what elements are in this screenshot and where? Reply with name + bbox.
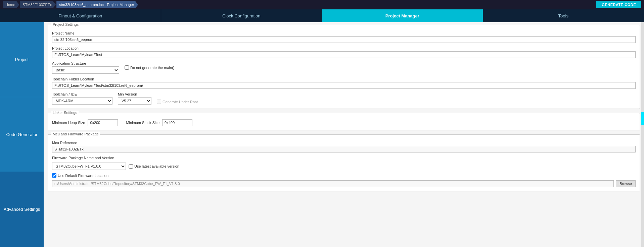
content-area: Project Settings Project Name Project Lo… (44, 22, 644, 247)
tab-clock[interactable]: Clock Configuration (161, 9, 322, 22)
toolchain-folder-row: Toolchain Folder Location (52, 77, 636, 89)
firmware-package-row: Firmware Package Name and Version STM32C… (52, 156, 636, 170)
min-stack-item: Minimum Stack Size (126, 119, 192, 126)
use-latest-checkbox-label[interactable]: Use latest available version (129, 164, 179, 169)
sidebar-item-advanced-settings[interactable]: Advanced Settings (0, 172, 44, 247)
scrollbar[interactable] (641, 22, 644, 247)
generate-under-root-checkbox[interactable] (157, 100, 161, 104)
mcu-reference-row: Mcu Reference (52, 141, 636, 152)
mcu-firmware-title: Mcu and Firmware Package (51, 132, 100, 136)
toolchain-ide-row: Toolchain / IDE MDK-ARM Min Version V5.2… (52, 92, 636, 105)
firmware-package-select-row: STM32Cube FW_F1 V1.8.0 Use latest availa… (52, 163, 636, 170)
firmware-package-select[interactable]: STM32Cube FW_F1 V1.8.0 (52, 163, 126, 170)
breadcrumb-project[interactable]: stm32f103zet6_eeprom.ioc - Project Manag… (56, 1, 138, 8)
use-latest-checkbox[interactable] (129, 164, 133, 169)
min-stack-input[interactable] (162, 119, 192, 126)
project-location-input[interactable] (52, 51, 636, 58)
tab-tools[interactable]: Tools (483, 9, 644, 22)
breadcrumb-home[interactable]: Home (3, 1, 19, 8)
sidebar: Project Code Generator Advanced Settings (0, 22, 44, 247)
heap-stack-row: Minimum Heap Size Minimum Stack Size (52, 119, 636, 126)
project-location-label: Project Location (52, 46, 636, 50)
min-heap-label: Minimum Heap Size (52, 121, 85, 125)
project-location-row: Project Location (52, 46, 636, 58)
min-version-col: Min Version V5.27 (118, 92, 151, 105)
tab-project-manager[interactable]: Project Manager (322, 9, 483, 22)
min-stack-label: Minimum Stack Size (126, 121, 159, 125)
project-name-input[interactable] (52, 36, 636, 43)
browse-button[interactable]: Browse (616, 180, 636, 187)
generate-under-root-checkbox-label[interactable]: Generate Under Root (157, 100, 198, 104)
toolchain-ide-select[interactable]: MDK-ARM (52, 97, 112, 105)
sidebar-item-code-generator[interactable]: Code Generator (0, 97, 44, 172)
tab-pinout[interactable]: Pinout & Configuration (0, 9, 161, 22)
breadcrumb-bar: Home STM32F103ZETx stm32f103zet6_eeprom.… (0, 0, 644, 9)
toolchain-folder-input[interactable] (52, 82, 636, 89)
toolchain-ide-label: Toolchain / IDE (52, 92, 112, 96)
breadcrumb-mcu[interactable]: STM32F103ZETx (20, 1, 56, 8)
project-name-label: Project Name (52, 31, 636, 35)
tab-bar: Pinout & Configuration Clock Configurati… (0, 9, 644, 22)
linker-settings-title: Linker Settings (51, 111, 79, 115)
app-structure-label: Application Structure (52, 61, 119, 65)
min-version-label: Min Version (118, 92, 151, 96)
app-structure-col: Application Structure Basic (52, 61, 119, 74)
use-default-firmware-checkbox[interactable] (52, 173, 56, 178)
project-name-row: Project Name (52, 31, 636, 43)
mcu-reference-label: Mcu Reference (52, 141, 636, 145)
mcu-reference-input[interactable] (52, 146, 636, 152)
main-layout: Project Code Generator Advanced Settings… (0, 22, 644, 247)
app-structure-select[interactable]: Basic (52, 66, 119, 74)
firmware-package-label: Firmware Package Name and Version (52, 156, 636, 160)
linker-settings-group: Linker Settings Minimum Heap Size Minimu… (48, 113, 640, 130)
toolchain-ide-col: Toolchain / IDE MDK-ARM (52, 92, 112, 105)
scrollbar-thumb (641, 112, 644, 125)
firmware-path-row: Browse (52, 180, 636, 187)
project-settings-group: Project Settings Project Name Project Lo… (48, 25, 640, 109)
toolchain-folder-label: Toolchain Folder Location (52, 77, 636, 81)
min-heap-input[interactable] (88, 119, 118, 126)
mcu-firmware-group: Mcu and Firmware Package Mcu Reference F… (48, 134, 640, 191)
min-version-select[interactable]: V5.27 (118, 97, 151, 105)
app-structure-row: Application Structure Basic Do not gener… (52, 61, 636, 74)
min-heap-item: Minimum Heap Size (52, 119, 118, 126)
do-not-generate-main-checkbox-label[interactable]: Do not generate the main() (125, 65, 174, 70)
project-settings-title: Project Settings (51, 22, 80, 26)
do-not-generate-main-checkbox[interactable] (125, 65, 129, 70)
generate-code-button[interactable]: GENERATE CODE (596, 1, 641, 8)
use-default-firmware-row: Use Default Firmware Location (52, 173, 636, 178)
use-default-firmware-checkbox-label[interactable]: Use Default Firmware Location (52, 173, 636, 178)
firmware-path-input (52, 180, 614, 187)
sidebar-item-project[interactable]: Project (0, 22, 44, 97)
